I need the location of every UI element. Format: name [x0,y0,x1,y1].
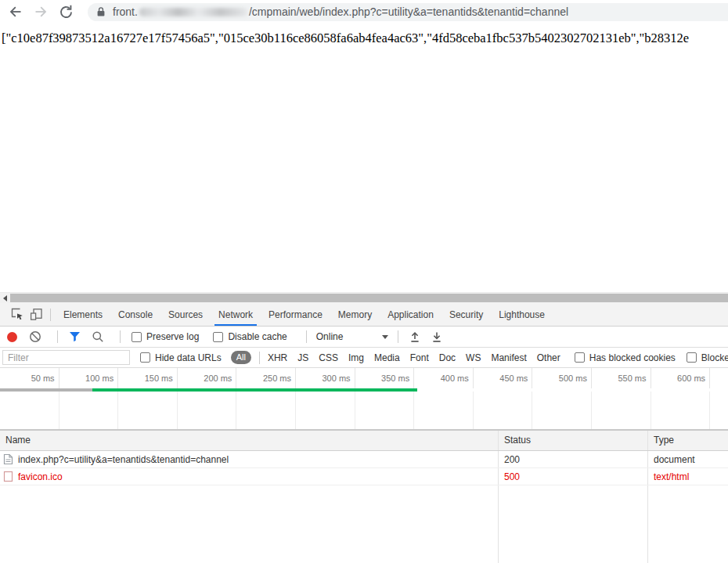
type-filter-other[interactable]: Other [537,352,560,363]
type-filter-css[interactable]: CSS [319,352,338,363]
scrollbar-thumb[interactable] [10,294,728,302]
timeline-grid-cell [0,392,59,429]
hide-data-urls-label: Hide data URLs [155,352,222,363]
tab-memory[interactable]: Memory [330,303,380,326]
toolbar-separator [50,309,51,321]
disable-cache-label: Disable cache [228,331,287,342]
type-filter-media[interactable]: Media [374,352,400,363]
hide-data-urls-checkbox[interactable] [140,352,150,363]
address-bar[interactable]: front./cmpmain/web/index.php?c=utility&a… [88,3,728,21]
inspect-element-button[interactable] [8,305,27,324]
filter-input[interactable] [2,350,130,365]
tab-security[interactable]: Security [441,303,491,326]
table-row[interactable]: favicon.ico 500 text/html [0,468,728,485]
column-header-status[interactable]: Status [499,431,648,450]
timeline-grid-cell [59,392,119,429]
request-type: document [648,451,728,467]
device-toolbar-icon [30,308,43,321]
timeline-tick: 250 ms [236,368,296,388]
search-button[interactable] [92,330,104,343]
preserve-log-toggle[interactable]: Preserve log [132,331,199,342]
import-har-button[interactable] [409,331,420,343]
tab-application[interactable]: Application [380,303,441,326]
overview-idle-segment [0,388,92,392]
timeline-tick: 500 ms [532,368,592,388]
table-empty-area [0,485,728,563]
forward-icon [33,4,49,20]
type-filter-font[interactable]: Font [410,352,429,363]
device-toolbar-button[interactable] [27,305,45,324]
requests-table-header: Name Status Type [0,431,728,451]
type-filter-xhr[interactable]: XHR [268,352,287,363]
clear-button[interactable] [29,330,41,343]
type-filter-img[interactable]: Img [348,352,364,363]
url-host-prefix: front. [113,5,138,18]
filter-toggle-button[interactable] [69,331,81,342]
scroll-left-button[interactable] [0,293,10,303]
blocked-requests-checkbox[interactable] [687,352,697,363]
blocked-requests-label: Blocked Requests [701,352,728,363]
record-button[interactable] [7,332,17,342]
has-blocked-cookies-checkbox[interactable] [575,352,585,363]
timeline-tick: 200 ms [178,368,237,388]
timeline-grid-cell [592,392,651,429]
preserve-log-label: Preserve log [146,331,199,342]
type-filter-list: XHR JS CSS Img Media Font Doc WS Manifes… [268,352,571,363]
disable-cache-toggle[interactable]: Disable cache [213,331,287,342]
timeline-tick: 150 ms [118,368,178,388]
timeline-grid-cell [236,392,296,429]
tab-lighthouse[interactable]: Lighthouse [491,303,553,326]
type-filter-ws[interactable]: WS [466,352,481,363]
back-icon [8,4,23,20]
type-filter-doc[interactable]: Doc [439,352,456,363]
timeline-tick: 400 ms [414,368,474,388]
tab-elements[interactable]: Elements [56,303,110,326]
forward-button[interactable] [31,2,50,21]
disable-cache-checkbox[interactable] [213,332,223,342]
tab-sources[interactable]: Sources [160,303,211,326]
search-icon [92,330,104,343]
reload-button[interactable] [56,2,75,21]
back-button[interactable] [6,2,25,21]
tab-performance[interactable]: Performance [261,303,330,326]
reload-icon [59,5,74,20]
timeline-tick: 450 ms [474,368,533,388]
type-filter-all[interactable]: All [231,351,251,364]
horizontal-scrollbar[interactable] [0,292,728,303]
export-har-button[interactable] [431,331,442,343]
timeline-tick: 100 ms [59,368,119,388]
timeline-ruler: 50 ms 100 ms 150 ms 200 ms 250 ms 300 ms… [0,368,728,388]
request-name: index.php?c=utility&a=tenantids&tenantid… [18,454,229,465]
json-response-text: ["c10e87f39873512a16727e17f57456a5","015… [2,31,728,46]
timeline-grid-cell [355,392,415,429]
request-status: 500 [499,468,648,485]
https-lock-icon[interactable] [96,6,106,17]
download-icon [431,331,442,343]
tab-console[interactable]: Console [110,303,160,326]
empty-cell [0,485,499,563]
column-header-name[interactable]: Name [0,431,499,450]
timeline-overview[interactable] [0,392,728,431]
type-filter-manifest[interactable]: Manifest [491,352,526,363]
funnel-icon [69,331,81,342]
clear-icon [29,330,41,343]
has-blocked-cookies-toggle[interactable]: Has blocked cookies [575,352,676,363]
network-toolbar: Preserve log Disable cache Online [0,327,728,348]
table-row[interactable]: index.php?c=utility&a=tenantids&tenantid… [0,451,728,468]
preserve-log-checkbox[interactable] [132,332,142,342]
blocked-requests-toggle[interactable]: Blocked Requests [687,352,728,363]
column-header-type[interactable]: Type [648,431,728,450]
hide-data-urls-toggle[interactable]: Hide data URLs [140,352,222,363]
type-filter-js[interactable]: JS [297,352,308,363]
browser-toolbar: front./cmpmain/web/index.php?c=utility&a… [0,0,728,23]
blank-file-icon [3,471,13,482]
upload-icon [409,331,420,343]
request-type: text/html [648,468,728,485]
throttling-dropdown[interactable]: Online [316,331,388,342]
has-blocked-cookies-label: Has blocked cookies [589,352,676,363]
timeline-tick: 300 ms [296,368,355,388]
url-text: front./cmpmain/web/index.php?c=utility&a… [113,5,568,18]
page-viewport: ["c10e87f39873512a16727e17f57456a5","015… [0,23,728,292]
timeline-tick: 550 ms [592,368,651,388]
tab-network[interactable]: Network [211,303,261,326]
